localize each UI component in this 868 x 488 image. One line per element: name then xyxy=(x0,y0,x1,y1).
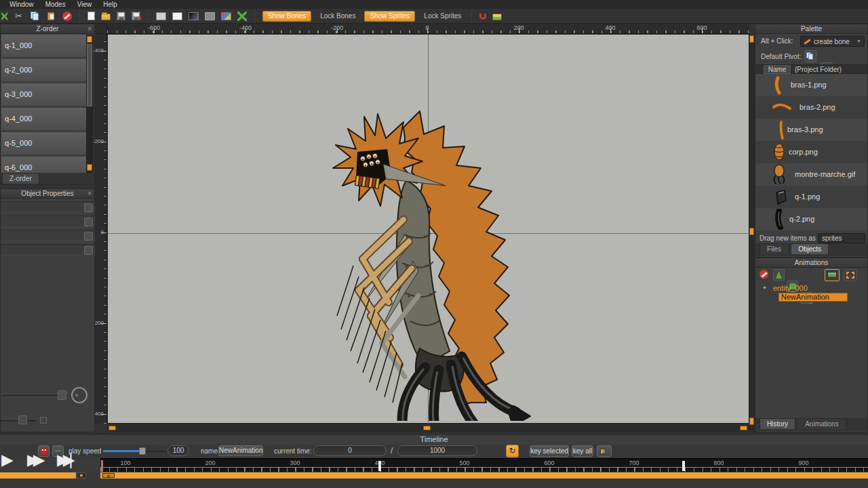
duration-input[interactable]: 1000 xyxy=(397,445,477,456)
mini-slider-handle[interactable] xyxy=(18,415,27,424)
name-column-header[interactable]: Name xyxy=(764,65,791,74)
show-bones-button[interactable]: Show Bones xyxy=(262,11,311,22)
tab-animations[interactable]: Animations xyxy=(797,418,846,429)
scrollbar-top-cap[interactable] xyxy=(87,36,92,43)
menu-view[interactable]: View xyxy=(77,0,92,9)
create-bone-dropdown[interactable]: create bone ▼ xyxy=(800,36,865,47)
zorder-item[interactable]: q-5_000 xyxy=(1,132,87,155)
animations-titlebar[interactable]: Animations xyxy=(755,258,867,268)
delete-icon[interactable] xyxy=(62,11,72,22)
canvas-horizontal-scrollbar[interactable] xyxy=(107,424,749,432)
pivot-mode-1-button[interactable] xyxy=(804,50,816,62)
canvas-viewport[interactable] xyxy=(107,34,749,424)
tab-objects[interactable]: Objects xyxy=(791,243,829,254)
h-scroll-left-handle[interactable] xyxy=(108,426,116,430)
play-speed-handle[interactable] xyxy=(139,447,146,455)
paste-icon[interactable] xyxy=(46,11,56,22)
menu-window[interactable]: Window xyxy=(9,0,34,9)
cut-icon[interactable]: ✂ xyxy=(14,11,24,22)
key-selected-button[interactable]: key selected xyxy=(530,445,569,457)
mini-toggle-box[interactable] xyxy=(40,417,47,424)
entity-name[interactable]: entity_000 xyxy=(773,284,808,292)
save-as-icon[interactable]: + xyxy=(132,11,140,22)
open-folder-icon[interactable] xyxy=(101,11,111,22)
fast-forward-button[interactable]: ▶▶ xyxy=(27,451,39,469)
v-scroll-bottom-handle[interactable] xyxy=(749,418,754,425)
lock-bones-button[interactable]: Lock Bones xyxy=(317,11,358,22)
close-icon[interactable]: × xyxy=(87,24,92,33)
loop-playback-button[interactable]: ↻ xyxy=(506,445,519,458)
keyframe-marker[interactable] xyxy=(378,461,381,471)
timeline-titlebar[interactable]: Timeline xyxy=(0,434,868,445)
snap-magnet-icon[interactable] xyxy=(479,11,486,22)
view-mode-1-icon[interactable] xyxy=(156,11,166,22)
play-speed-value[interactable]: 100 xyxy=(167,445,189,456)
image-folder-icon[interactable] xyxy=(492,11,502,22)
timeline-scroll-handle[interactable] xyxy=(102,473,115,478)
key-all-button[interactable]: key all xyxy=(572,445,593,457)
canvas-vertical-scrollbar[interactable] xyxy=(749,34,755,432)
file-row[interactable]: q-2.png xyxy=(755,208,867,230)
zorder-item[interactable]: q-4_000 xyxy=(1,108,87,130)
zorder-item[interactable]: q-1_000 xyxy=(1,35,87,57)
file-row[interactable]: q-1.png xyxy=(755,186,867,208)
animation-name-input[interactable]: NewAnimation xyxy=(218,445,263,456)
expander-icon[interactable]: ▼ xyxy=(762,285,767,290)
animation-item-selected[interactable]: NewAnimation xyxy=(778,293,848,302)
zorder-item[interactable]: q-6_000 xyxy=(1,157,87,174)
palette-titlebar[interactable]: Palette xyxy=(755,24,867,34)
scrollbar-thumb[interactable] xyxy=(87,44,92,106)
play-button[interactable]: ▶ xyxy=(1,451,12,469)
tab-history[interactable]: History xyxy=(760,418,795,429)
copy-icon[interactable] xyxy=(30,11,40,22)
file-row[interactable]: montre-marche.gif xyxy=(755,163,867,186)
menu-modes[interactable]: Modes xyxy=(45,0,66,9)
lock-sprites-button[interactable]: Lock Sprites xyxy=(421,11,464,22)
view-mode-2-icon[interactable] xyxy=(172,11,182,22)
timeline-scroll-bar[interactable] xyxy=(100,472,868,479)
transport-scroll-box[interactable] xyxy=(77,472,86,479)
drag-items-dropdown[interactable]: sprites xyxy=(818,233,865,243)
h-scroll-mid-handle[interactable] xyxy=(423,426,431,430)
entity-tree-row[interactable]: ▼ entity_000 xyxy=(755,284,867,293)
file-row[interactable]: bras-3.png xyxy=(755,119,867,141)
playback-monster-button[interactable] xyxy=(38,445,50,457)
file-row[interactable]: corp.png xyxy=(755,141,867,163)
close-icon[interactable]: × xyxy=(87,189,92,198)
v-scroll-top-handle[interactable] xyxy=(749,35,754,43)
keyframe-marker[interactable] xyxy=(682,461,685,471)
fit-view-icon[interactable] xyxy=(237,11,247,22)
scrollbar-bottom-cap[interactable] xyxy=(87,164,92,171)
object-properties-titlebar[interactable]: Object Properties × xyxy=(1,189,94,199)
save-icon[interactable] xyxy=(117,11,125,22)
playhead-marker[interactable] xyxy=(101,460,103,472)
zorder-item[interactable]: q-2_000 xyxy=(1,59,87,81)
zorder-tab[interactable]: Z-order xyxy=(2,173,39,184)
property-slider[interactable] xyxy=(1,201,96,213)
show-sprites-button[interactable]: Show Sprites xyxy=(364,11,415,22)
view-mode-5-icon[interactable] xyxy=(221,11,231,22)
fit-animation-button[interactable] xyxy=(844,269,857,281)
zorder-item[interactable]: q-3_000 xyxy=(1,83,87,106)
v-scroll-mid-handle[interactable] xyxy=(749,228,754,235)
view-mode-4-icon[interactable] xyxy=(205,11,215,22)
angle-dial[interactable] xyxy=(71,387,87,403)
keyframe-icon-button[interactable] xyxy=(597,445,612,457)
skip-to-end-button[interactable]: ▶▶| xyxy=(57,451,66,469)
alpha-slider-handle[interactable] xyxy=(58,390,66,400)
file-row[interactable]: bras-1.png xyxy=(755,74,867,96)
current-time-input[interactable]: 0 xyxy=(313,445,387,456)
property-slider[interactable] xyxy=(1,216,96,227)
new-file-icon[interactable] xyxy=(87,11,95,22)
new-entity-icon[interactable] xyxy=(773,269,785,281)
creature-sprite[interactable] xyxy=(323,99,540,421)
delete-animation-icon[interactable] xyxy=(760,270,768,279)
view-mode-3-icon[interactable] xyxy=(189,11,199,22)
h-scroll-right-handle[interactable] xyxy=(740,426,747,430)
transport-scroll-bar[interactable] xyxy=(0,472,76,479)
preview-monitor-button[interactable] xyxy=(825,269,840,281)
zorder-scrollbar[interactable] xyxy=(86,35,94,174)
property-slider[interactable] xyxy=(1,244,96,256)
tab-files[interactable]: Files xyxy=(760,243,789,254)
zorder-titlebar[interactable]: Z-order × xyxy=(1,24,94,34)
